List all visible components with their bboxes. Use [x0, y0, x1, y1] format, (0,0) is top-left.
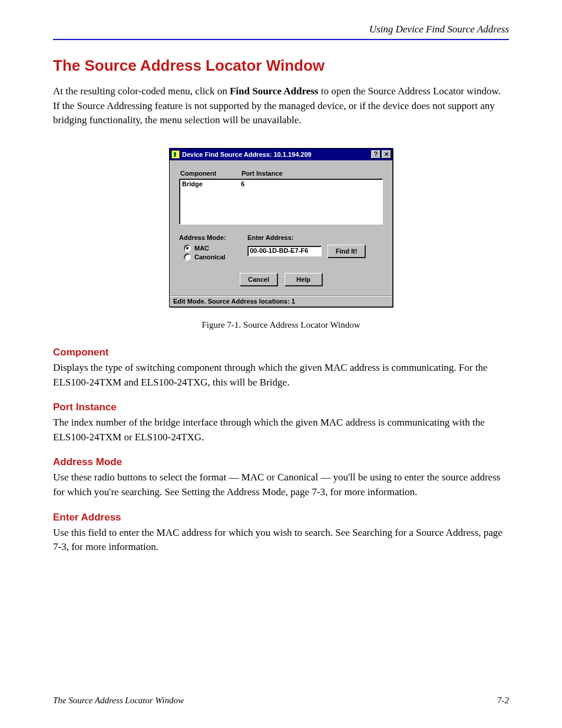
radio-mac[interactable]: MAC — [184, 245, 247, 252]
cell-component: Bridge — [182, 180, 241, 187]
addrmode-page[interactable]: page 7-3 — [290, 486, 325, 498]
figure-caption: Figure 7-1. Source Address Locator Windo… — [53, 320, 509, 330]
radio-mac-label: MAC — [194, 245, 209, 252]
section-title: The Source Address Locator Window — [53, 57, 509, 75]
radio-canonical[interactable]: Canonical — [184, 253, 247, 261]
field-desc-address-mode: Use these radio buttons to select the fo… — [53, 470, 509, 499]
enter-address-group: Enter Address: 00-00-1D-BD-E7-F6 Find It… — [247, 234, 383, 258]
dialog-statusbar: Edit Mode. Source Address locations: 1 — [170, 295, 392, 307]
address-mode-label: Address Mode: — [179, 234, 247, 241]
footer-right: 7-2 — [497, 696, 509, 706]
find-button[interactable]: Find It! — [328, 245, 365, 258]
radio-mac-icon[interactable] — [184, 245, 191, 252]
addrmode-desc-post: , for more information. — [325, 486, 417, 498]
address-input[interactable]: 00-00-1D-BD-E7-F6 — [247, 246, 322, 256]
app-icon — [171, 150, 180, 159]
help-button[interactable]: Help — [285, 273, 322, 286]
enter-address-label: Enter Address: — [247, 234, 383, 241]
cancel-button[interactable]: Cancel — [240, 273, 277, 286]
address-mode-group: Address Mode: MAC Canonical — [179, 234, 247, 262]
enteraddr-desc-post: , for more information. — [67, 541, 158, 552]
close-icon[interactable]: ✕ — [382, 150, 391, 159]
intro-bold: Find Source Address — [230, 85, 319, 97]
field-desc-port-instance: The index number of the bridge interface… — [53, 416, 509, 444]
page-header-right: Using Device Find Source Address — [53, 24, 509, 35]
component-desc-post: . — [287, 377, 289, 388]
intro-pre: At the resulting color-coded menu, click… — [53, 85, 230, 97]
dialog-titlebar[interactable]: Device Find Source Address: 10.1.194.209… — [170, 149, 392, 160]
col-port-instance: Port Instance — [242, 170, 382, 177]
dialog-title: Device Find Source Address: 10.1.194.209 — [182, 151, 370, 158]
field-desc-component: Displays the type of switching component… — [53, 361, 509, 390]
list-row[interactable]: Bridge 6 — [182, 180, 380, 187]
help-icon[interactable]: ? — [371, 150, 381, 159]
addrmode-page-pre: , — [285, 486, 290, 498]
page-footer: The Source Address Locator Window 7-2 — [53, 696, 509, 706]
results-listbox[interactable]: Bridge 6 — [179, 179, 383, 225]
enteraddr-page-pre: , — [478, 527, 484, 538]
field-label-component: Component — [53, 347, 509, 358]
dialog-button-row: Cancel Help — [179, 273, 383, 286]
dialog-body: Component Port Instance Bridge 6 Address… — [170, 160, 392, 295]
field-label-port-instance: Port Instance — [53, 401, 509, 413]
enteraddr-desc-pre: Use this field to enter the MAC address … — [53, 527, 352, 538]
radio-canonical-icon[interactable] — [184, 253, 191, 261]
component-desc-mono: Bridge — [260, 377, 287, 388]
intro-paragraph: At the resulting color-coded menu, click… — [53, 84, 509, 128]
field-label-enter-address: Enter Address — [53, 512, 509, 523]
field-desc-enter-address: Use this field to enter the MAC address … — [53, 526, 509, 555]
cell-port-instance: 6 — [241, 180, 380, 187]
field-label-address-mode: Address Mode — [53, 456, 509, 468]
radio-canonical-label: Canonical — [194, 253, 226, 261]
list-column-headers: Component Port Instance — [179, 170, 383, 179]
header-rule — [53, 39, 509, 40]
enteraddr-link[interactable]: Searching for a Source Address — [352, 527, 478, 538]
footer-left: The Source Address Locator Window — [53, 696, 184, 706]
addrmode-link[interactable]: Setting the Address Mode — [181, 486, 285, 498]
source-address-locator-dialog: Device Find Source Address: 10.1.194.209… — [169, 148, 393, 307]
col-component: Component — [180, 170, 242, 177]
